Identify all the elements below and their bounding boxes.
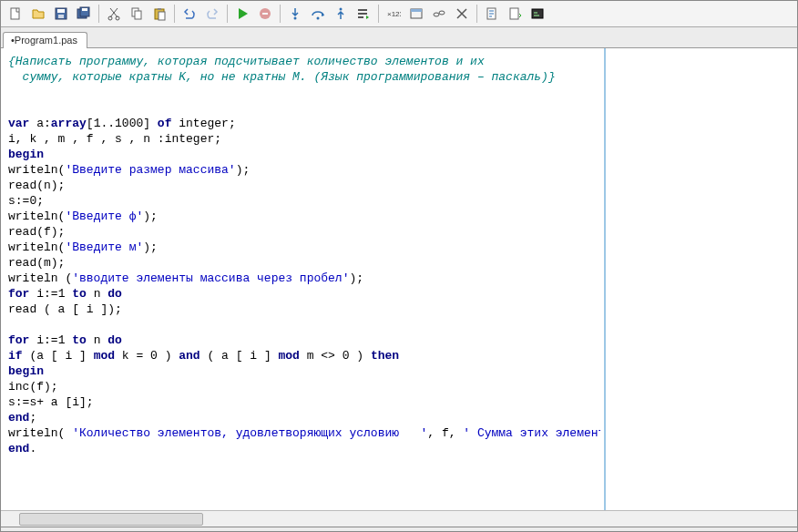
kw: end [8, 442, 29, 455]
str: ' Сумма этих элементов ' [463, 426, 600, 440]
copy-icon[interactable] [126, 3, 148, 25]
txt: s:= [8, 194, 29, 208]
output-icon[interactable] [527, 3, 548, 25]
txt: read ( a [ i ]); [8, 302, 122, 316]
compile-icon[interactable] [481, 3, 503, 25]
separator [227, 5, 228, 23]
horizontal-scrollbar[interactable] [1, 510, 797, 527]
editor-right-blank [606, 48, 797, 510]
kw: for [8, 287, 29, 301]
kw: end [8, 411, 29, 425]
kw: to [65, 333, 86, 347]
svg-point-25 [434, 13, 439, 16]
svg-rect-6 [82, 8, 87, 11]
kw: to [65, 287, 86, 301]
txt: n [87, 333, 107, 347]
open-icon[interactable] [27, 3, 49, 25]
cut-icon[interactable] [103, 3, 125, 25]
txt: writeln( [8, 163, 65, 177]
svg-point-16 [294, 17, 297, 20]
str: 'Введите ф' [65, 210, 143, 223]
txt: , f, [427, 426, 463, 440]
svg-rect-29 [532, 9, 543, 18]
tab-bar: •Program1.pas [1, 27, 797, 48]
undo-icon[interactable] [179, 3, 200, 25]
kw: and [179, 349, 200, 363]
kw: begin [8, 148, 44, 161]
txt: . [29, 442, 36, 455]
code-editor[interactable]: {Написать программу, которая подсчитывае… [1, 48, 600, 510]
svg-rect-3 [58, 15, 64, 18]
new-icon[interactable] [5, 3, 26, 25]
svg-point-17 [317, 17, 320, 20]
tab-program1[interactable]: •Program1.pas [3, 32, 87, 48]
txt: writeln ( [8, 271, 72, 285]
txt: ( a [ i ] [200, 349, 279, 363]
txt: n [87, 287, 107, 301]
svg-rect-28 [510, 8, 518, 19]
txt: ); [236, 163, 251, 177]
kw: of [158, 117, 172, 130]
txt: m <> [300, 349, 343, 363]
txt: read(m); [8, 256, 65, 270]
txt: inc(f); [8, 380, 58, 394]
num: 0 [150, 349, 158, 363]
txt: ); [143, 240, 158, 254]
str: 'Введите м' [65, 240, 143, 254]
svg-rect-0 [11, 8, 19, 19]
svg-rect-21 [358, 16, 363, 18]
separator [174, 5, 175, 23]
svg-rect-24 [411, 9, 422, 12]
txt: writeln( [8, 240, 65, 254]
txt: ; [29, 411, 36, 425]
step-over-icon[interactable] [307, 3, 329, 25]
delete-icon[interactable] [451, 3, 473, 25]
step-into-icon[interactable] [284, 3, 306, 25]
svg-rect-13 [159, 12, 165, 20]
kw: for [8, 333, 29, 347]
editor-area: {Написать программу, которая подсчитывае… [1, 48, 797, 510]
ide-window: ×123 •Program1.pas {Написать программу, … [0, 0, 798, 532]
num: 1..1000 [94, 117, 144, 130]
kw: mod [279, 349, 300, 363]
add-watch-icon[interactable]: ×123 [383, 3, 404, 25]
separator [378, 5, 379, 23]
kw: begin [8, 364, 44, 378]
redo-icon[interactable] [201, 3, 223, 25]
str: 'Количество элементов, удовлетворяющих у… [72, 426, 427, 440]
txt: read(f); [8, 225, 65, 239]
kw: var [8, 117, 29, 130]
txt: ; [36, 194, 44, 208]
build-icon[interactable] [504, 3, 526, 25]
run-icon[interactable] [231, 3, 253, 25]
txt: a: [29, 117, 50, 130]
txt: (a [ i ] [23, 349, 94, 363]
txt: k = [115, 349, 150, 363]
stop-icon[interactable] [254, 3, 276, 25]
kw: do [107, 287, 122, 301]
svg-point-18 [340, 8, 343, 11]
str: 'Введите размер массива' [65, 163, 235, 177]
kw: array [51, 117, 87, 130]
kw: do [107, 333, 122, 347]
txt: ); [143, 210, 158, 223]
comment-line: сумму, которые кратны K, но не кратны M.… [8, 70, 556, 84]
step-out-icon[interactable] [330, 3, 352, 25]
save-icon[interactable] [50, 3, 72, 25]
paste-icon[interactable] [148, 3, 170, 25]
separator [280, 5, 281, 23]
txt: ] [143, 117, 158, 130]
link-icon[interactable] [428, 3, 450, 25]
txt: writeln( [8, 426, 72, 440]
kw: then [371, 349, 399, 363]
num: 0 [343, 349, 350, 363]
txt: read(n); [8, 179, 65, 192]
svg-rect-10 [135, 11, 141, 19]
run-to-cursor-icon[interactable] [353, 3, 374, 25]
scroll-thumb[interactable] [19, 513, 203, 526]
txt: i, k , m , f , s , n :integer; [8, 132, 221, 146]
toggle-window-icon[interactable] [405, 3, 427, 25]
save-all-icon[interactable] [73, 3, 95, 25]
txt: i:= [29, 333, 57, 347]
txt: i:= [29, 287, 57, 301]
